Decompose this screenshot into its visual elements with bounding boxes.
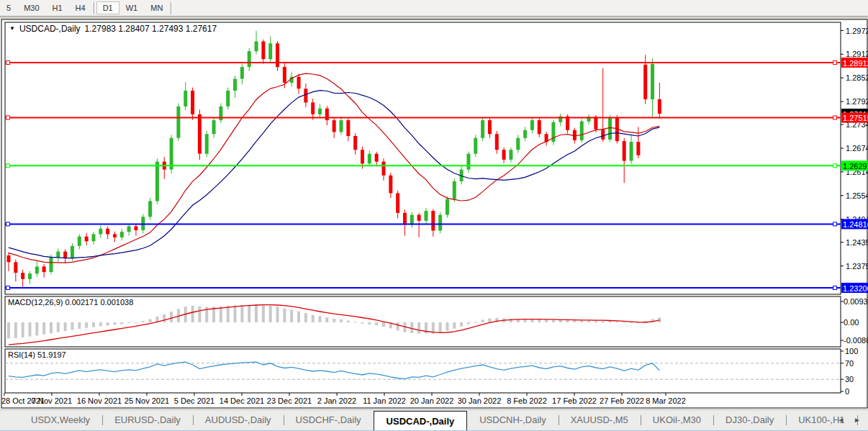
price-badge-label: 1.26297	[843, 162, 868, 171]
timeframe-d1[interactable]: D1	[96, 1, 119, 14]
timeframe-h1[interactable]: H1	[46, 1, 69, 14]
candle-body	[191, 91, 194, 114]
candle-body	[78, 237, 81, 246]
tab-eurusd-daily[interactable]: EURUSD-,Daily	[102, 410, 193, 430]
macd-bar	[240, 305, 243, 322]
price-badge-label: 1.27515	[843, 114, 868, 122]
rsi-pane[interactable]	[5, 349, 841, 393]
timeframe-h4[interactable]: H4	[69, 1, 92, 14]
date-tick-label: 27 Feb 2022	[600, 396, 644, 405]
candle-body	[474, 138, 477, 154]
tab-usdx-weekly[interactable]: USDX,Weekly	[19, 410, 102, 430]
timeframe-w1[interactable]: W1	[119, 1, 145, 14]
line-handle[interactable]	[833, 164, 837, 168]
macd-bar	[319, 316, 322, 322]
macd-bar	[488, 318, 491, 322]
date-tick-label: 23 Dec 2021	[267, 396, 312, 405]
date-tick-label: 17 Feb 2022	[552, 396, 597, 405]
line-handle[interactable]	[833, 116, 837, 119]
candle-body	[502, 150, 506, 160]
candle-body	[176, 106, 180, 138]
candle-body	[28, 273, 32, 279]
candle-body	[56, 252, 60, 258]
candle-body	[7, 255, 11, 262]
line-handle[interactable]	[6, 286, 10, 290]
macd-bar	[368, 322, 371, 325]
macd-bar	[545, 319, 548, 322]
line-handle[interactable]	[833, 222, 837, 226]
timeframe-m5[interactable]: 5	[0, 1, 17, 14]
macd-bar	[107, 322, 109, 325]
rsi-scale-label: 100	[845, 347, 858, 355]
date-tick-label: 30 Jan 2022	[458, 396, 502, 405]
candle-body	[453, 181, 456, 199]
tab-audusd-daily[interactable]: AUDUSD-,Daily	[193, 410, 284, 430]
macd-bar	[255, 304, 258, 322]
macd-bar	[361, 322, 364, 324]
candle-body	[424, 211, 428, 221]
tab-xauusd-m5[interactable]: XAUUSD-,M5	[559, 410, 641, 430]
tab-scroll-left-icon[interactable]: ◄	[837, 416, 844, 424]
line-handle[interactable]	[833, 61, 837, 65]
chart-title: ▼ USDCAD-,Daily 1.27983 1.28407 1.27493 …	[9, 24, 217, 34]
candle-body	[438, 215, 442, 231]
candle-body	[623, 141, 626, 160]
macd-bar	[220, 307, 222, 322]
line-handle[interactable]	[6, 164, 10, 168]
date-tick-label: 14 Dec 2021	[220, 396, 264, 405]
macd-bar	[234, 305, 237, 322]
rsi-indicator-label: RSI(14) 51.9197	[8, 350, 66, 359]
macd-bar	[78, 322, 81, 329]
macd-bar	[142, 321, 145, 322]
macd-bar	[135, 322, 137, 323]
candle-body	[233, 79, 237, 91]
tab-ukoil-m30[interactable]: UKOil-,M30	[641, 410, 713, 430]
tab-usdcad-daily[interactable]: USDCAD-,Daily	[374, 411, 468, 430]
macd-bar	[587, 321, 590, 323]
date-tick-label: 8 Mar 2022	[646, 396, 686, 405]
line-handle[interactable]	[833, 286, 837, 290]
candle-body	[446, 199, 449, 215]
macd-bar	[325, 317, 328, 322]
tab-dj30-daily[interactable]: DJ30-,Daily	[713, 410, 786, 430]
candle-body	[389, 176, 392, 194]
chart-canvas: 1.297251.291251.285251.279251.273401.267…	[0, 19, 868, 409]
toolbar-divider	[94, 2, 95, 14]
timeframe-m30[interactable]: M30	[17, 1, 45, 14]
timeframe-mn[interactable]: MN	[144, 1, 169, 14]
price-tick-label: 1.28525	[846, 73, 868, 82]
date-tick-label: 25 Nov 2021	[125, 396, 169, 405]
macd-bar	[439, 322, 442, 332]
macd-bar	[7, 322, 10, 338]
macd-bar	[417, 322, 420, 334]
line-handle[interactable]	[6, 116, 10, 119]
macd-bar	[35, 322, 38, 335]
candle-body	[325, 109, 329, 120]
macd-bar	[269, 306, 272, 322]
macd-bar	[354, 322, 357, 322]
candle-body	[148, 201, 152, 217]
candle-body	[495, 134, 499, 150]
candle-body	[99, 229, 102, 235]
candle-body	[49, 257, 53, 272]
tab-usdchf-daily[interactable]: USDCHF-,Daily	[284, 410, 374, 430]
symbol-dropdown-icon[interactable]: ▼	[9, 26, 15, 32]
candle-body	[488, 120, 492, 134]
macd-bar	[580, 321, 583, 323]
macd-bar	[163, 314, 166, 322]
tab-scroll-right-icon[interactable]: ►	[854, 416, 861, 424]
macd-bar	[566, 320, 569, 322]
candle-body	[35, 266, 39, 273]
candle-body	[240, 67, 244, 78]
candle-body	[509, 150, 512, 160]
macd-bar	[340, 319, 343, 322]
candle-body	[643, 65, 647, 99]
line-handle[interactable]	[6, 61, 10, 65]
macd-bar	[595, 321, 597, 322]
line-handle[interactable]	[6, 222, 10, 226]
macd-bar	[347, 321, 350, 323]
tab-usdcnh-daily[interactable]: USDCNH-,Daily	[467, 410, 558, 430]
candle-body	[481, 120, 484, 138]
candle-body	[580, 122, 584, 140]
candle-body	[431, 211, 435, 230]
